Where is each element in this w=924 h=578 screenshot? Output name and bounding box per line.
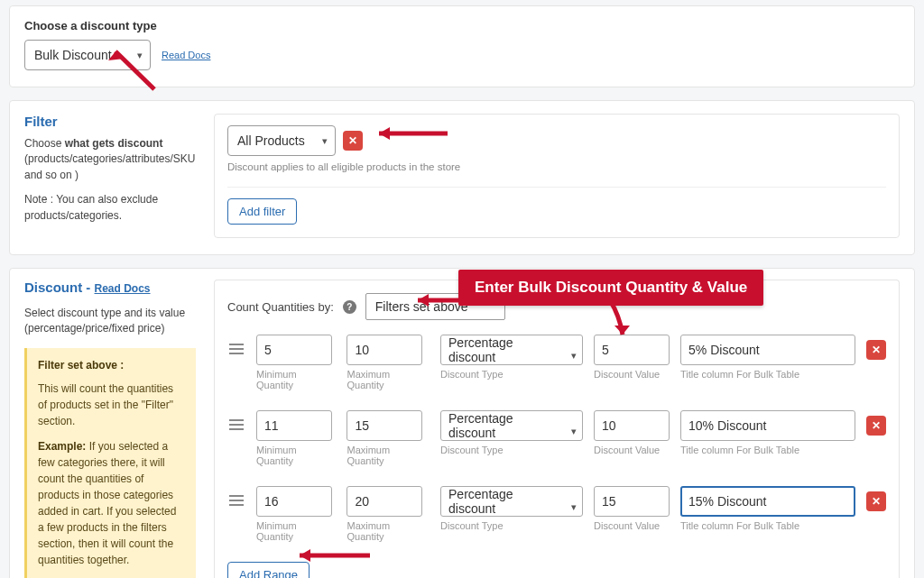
max-qty-input[interactable] — [346, 486, 422, 517]
discount-main: Count Quantities by: ? Filters set above… — [214, 280, 900, 578]
chevron-down-icon: ▾ — [571, 426, 577, 437]
range-row: Minimum QuantityMaximum QuantityPercenta… — [227, 486, 886, 542]
add-range-button[interactable]: Add Range — [227, 562, 310, 578]
field-label: Maximum Quantity — [346, 369, 430, 390]
min-qty-input[interactable] — [256, 486, 332, 517]
filter-panel: Filter Choose what gets discount (produc… — [9, 100, 915, 255]
svg-marker-6 — [614, 326, 630, 335]
discount-subtext: Select discount type and its value (perc… — [24, 306, 196, 337]
field-label: Minimum Quantity — [256, 445, 336, 466]
discount-type-panel: Choose a discount type Bulk Discount ▾ R… — [9, 5, 915, 87]
max-qty-input[interactable] — [346, 335, 422, 365]
discount-type-row-select[interactable]: Percentage discount▾ — [440, 410, 583, 441]
discount-sidebar: Discount - Read Docs Select discount typ… — [24, 280, 196, 578]
chevron-down-icon: ▾ — [137, 50, 143, 61]
chevron-down-icon: ▾ — [322, 135, 328, 147]
close-icon: ✕ — [872, 495, 881, 508]
info-title: Filter set above : — [38, 359, 124, 372]
discount-value-input[interactable] — [594, 335, 670, 365]
filter-main: All Products ▾ ✕ Discount applies to all… — [214, 114, 900, 238]
filter-scope-help: Discount applies to all eligible product… — [227, 161, 886, 172]
range-row: Minimum QuantityMaximum QuantityPercenta… — [227, 410, 886, 466]
field-label: Title column For Bulk Table — [680, 369, 855, 380]
discount-value-input[interactable] — [594, 486, 670, 517]
svg-marker-8 — [300, 549, 310, 562]
add-filter-button[interactable]: Add filter — [227, 198, 297, 225]
title-column-input[interactable] — [680, 335, 855, 365]
field-label: Title column For Bulk Table — [680, 520, 855, 531]
delete-range-button[interactable]: ✕ — [866, 340, 886, 360]
count-quantities-label: Count Quantities by: — [227, 300, 334, 314]
drag-handle-icon[interactable] — [227, 335, 245, 354]
chevron-down-icon: ▾ — [571, 501, 577, 513]
discount-heading: Discount - Read Docs — [24, 280, 196, 295]
discount-type-row-value: Percentage discount — [448, 411, 513, 440]
min-qty-input[interactable] — [256, 335, 332, 365]
info-example1-body: If you selected a few categories there, … — [38, 440, 176, 566]
filter-scope-select[interactable]: All Products ▾ — [227, 125, 336, 156]
drag-handle-icon[interactable] — [227, 410, 245, 430]
filter-set-above-info: Filter set above : This will count the q… — [24, 348, 196, 578]
close-icon: ✕ — [348, 134, 357, 147]
chevron-down-icon: ▾ — [571, 350, 577, 362]
filter-scope-value: All Products — [237, 133, 305, 148]
filter-heading: Filter — [24, 114, 196, 129]
discount-type-row-value: Percentage discount — [448, 335, 513, 364]
discount-heading-text: Discount - — [24, 280, 95, 295]
field-label: Maximum Quantity — [346, 445, 430, 466]
field-label: Discount Value — [594, 520, 670, 531]
discount-value-input[interactable] — [594, 410, 670, 441]
help-icon[interactable]: ? — [343, 300, 356, 314]
field-label: Title column For Bulk Table — [680, 445, 855, 455]
filter-description: Choose what gets discount (products/cate… — [24, 136, 196, 183]
field-label: Discount Type — [440, 445, 583, 455]
delete-range-button[interactable]: ✕ — [866, 416, 886, 436]
filter-sidebar: Filter Choose what gets discount (produc… — [24, 114, 196, 238]
field-label: Discount Type — [440, 369, 583, 380]
discount-type-row-select[interactable]: Percentage discount▾ — [440, 486, 583, 517]
divider — [227, 187, 886, 188]
read-docs-link-discount[interactable]: Read Docs — [95, 282, 151, 295]
field-label: Discount Type — [440, 520, 583, 531]
title-column-input[interactable] — [680, 486, 855, 517]
discount-type-row-select[interactable]: Percentage discount▾ — [440, 335, 583, 365]
count-quantities-select[interactable]: Filters set above — [365, 293, 505, 320]
drag-handle-icon[interactable] — [227, 486, 245, 506]
max-qty-input[interactable] — [346, 410, 422, 441]
discount-type-label: Choose a discount type — [24, 19, 900, 32]
field-label: Minimum Quantity — [256, 369, 336, 390]
filter-note: Note : You can also exclude products/cat… — [24, 192, 196, 224]
close-icon: ✕ — [872, 344, 881, 356]
field-label: Minimum Quantity — [256, 520, 336, 542]
filter-desc-prefix: Choose — [24, 137, 65, 150]
discount-type-row-value: Percentage discount — [448, 487, 513, 516]
min-qty-input[interactable] — [256, 410, 332, 441]
field-label: Maximum Quantity — [346, 520, 430, 542]
range-row: Minimum QuantityMaximum QuantityPercenta… — [227, 335, 886, 390]
field-label: Discount Value — [594, 445, 670, 455]
title-column-input[interactable] — [680, 410, 855, 441]
filter-desc-suffix: (products/categories/attributes/SKU and … — [24, 152, 195, 180]
discount-type-value: Bulk Discount — [34, 48, 112, 62]
read-docs-link-top[interactable]: Read Docs — [162, 50, 210, 60]
field-label: Discount Value — [594, 369, 670, 380]
info-body: This will count the quantities of produc… — [38, 381, 185, 429]
delete-range-button[interactable]: ✕ — [866, 491, 886, 511]
filter-delete-button[interactable]: ✕ — [343, 131, 363, 151]
filter-desc-bold: what gets discount — [65, 137, 163, 150]
discount-panel: Discount - Read Docs Select discount typ… — [9, 268, 915, 578]
discount-type-select[interactable]: Bulk Discount ▾ — [24, 40, 151, 70]
close-icon: ✕ — [872, 419, 881, 432]
info-example1-label: Example: — [38, 440, 86, 453]
count-quantities-value: Filters set above — [375, 299, 468, 314]
